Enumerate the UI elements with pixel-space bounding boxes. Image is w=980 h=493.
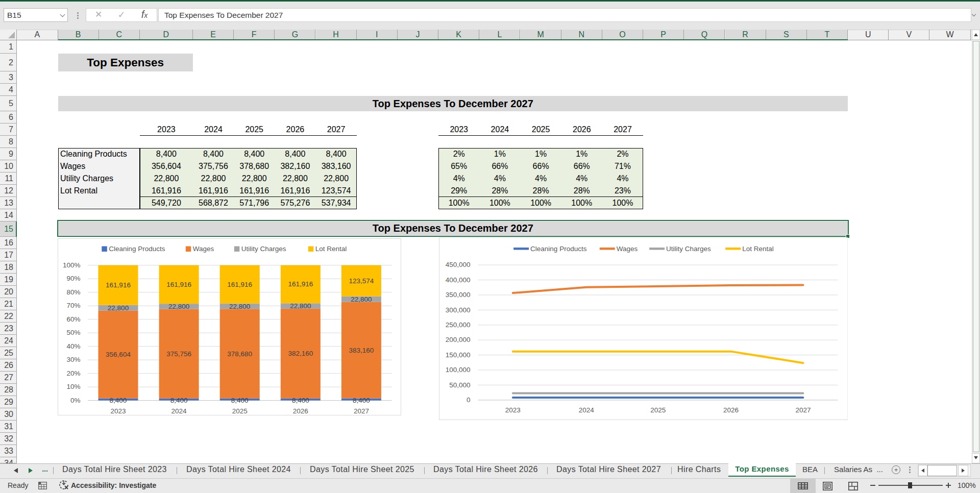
svg-text:90%: 90% xyxy=(66,275,80,282)
svg-text:378,680: 378,680 xyxy=(227,350,252,357)
svg-text:2025: 2025 xyxy=(650,406,666,414)
svg-text:400,000: 400,000 xyxy=(445,276,470,284)
svg-text:22,800: 22,800 xyxy=(168,302,189,310)
svg-text:382,160: 382,160 xyxy=(288,350,313,357)
svg-text:375,756: 375,756 xyxy=(166,350,191,357)
svg-text:350,000: 350,000 xyxy=(445,291,470,299)
svg-text:60%: 60% xyxy=(66,315,80,323)
svg-text:30%: 30% xyxy=(66,356,80,363)
svg-text:10%: 10% xyxy=(66,383,80,390)
svg-text:2024: 2024 xyxy=(171,407,187,415)
svg-text:50,000: 50,000 xyxy=(449,381,470,389)
svg-text:0: 0 xyxy=(466,396,470,404)
svg-text:Wages: Wages xyxy=(616,245,638,253)
svg-text:22,800: 22,800 xyxy=(290,302,311,310)
svg-text:Utility Charges: Utility Charges xyxy=(241,245,286,253)
svg-text:356,604: 356,604 xyxy=(106,351,131,358)
svg-text:2024: 2024 xyxy=(578,406,594,414)
svg-text:22,800: 22,800 xyxy=(229,302,250,310)
svg-text:2026: 2026 xyxy=(723,406,738,414)
svg-text:2025: 2025 xyxy=(232,407,247,415)
svg-text:40%: 40% xyxy=(66,342,80,350)
svg-text:161,916: 161,916 xyxy=(288,280,313,288)
svg-text:250,000: 250,000 xyxy=(445,321,470,329)
svg-text:100%: 100% xyxy=(62,261,80,268)
svg-text:161,916: 161,916 xyxy=(227,280,252,288)
svg-text:161,916: 161,916 xyxy=(106,281,131,289)
svg-text:450,000: 450,000 xyxy=(445,261,470,268)
svg-text:50%: 50% xyxy=(66,329,80,336)
svg-text:70%: 70% xyxy=(66,302,80,309)
svg-text:2023: 2023 xyxy=(110,407,126,415)
svg-text:Lot Rental: Lot Rental xyxy=(742,245,774,253)
svg-text:22,800: 22,800 xyxy=(351,295,372,303)
svg-text:123,574: 123,574 xyxy=(349,277,374,284)
svg-text:20%: 20% xyxy=(66,369,80,377)
svg-text:2023: 2023 xyxy=(505,406,520,414)
svg-text:150,000: 150,000 xyxy=(445,351,470,359)
svg-text:2027: 2027 xyxy=(353,407,369,415)
svg-text:Lot Rental: Lot Rental xyxy=(315,245,347,253)
svg-text:383,160: 383,160 xyxy=(349,346,374,354)
svg-text:8,400: 8,400 xyxy=(170,397,187,404)
svg-text:22,800: 22,800 xyxy=(107,304,128,311)
svg-text:161,916: 161,916 xyxy=(166,280,191,288)
svg-text:Wages: Wages xyxy=(192,245,214,253)
svg-text:8,400: 8,400 xyxy=(231,397,248,404)
svg-text:0%: 0% xyxy=(70,396,80,404)
svg-text:300,000: 300,000 xyxy=(445,306,470,314)
svg-text:Cleaning Products: Cleaning Products xyxy=(109,245,165,253)
svg-text:8,400: 8,400 xyxy=(353,397,370,404)
svg-text:2027: 2027 xyxy=(795,406,811,414)
svg-text:Utility Charges: Utility Charges xyxy=(666,245,711,253)
svg-text:2026: 2026 xyxy=(292,407,308,415)
svg-text:8,400: 8,400 xyxy=(291,397,309,404)
svg-text:200,000: 200,000 xyxy=(445,336,470,343)
svg-text:8,400: 8,400 xyxy=(109,397,127,404)
svg-text:100,000: 100,000 xyxy=(445,366,470,374)
svg-text:80%: 80% xyxy=(66,288,80,295)
svg-text:Cleaning Products: Cleaning Products xyxy=(530,245,587,253)
